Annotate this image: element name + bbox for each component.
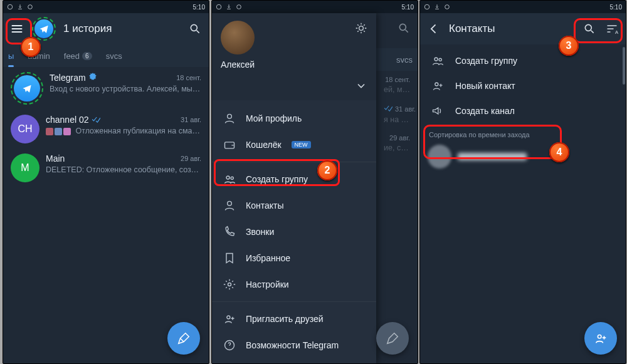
header-title: 1 история [63, 23, 112, 35]
svg-point-5 [399, 24, 406, 30]
chat-row[interactable]: CH channel 02 31 авг. Отложенная публика… [3, 110, 209, 148]
menu-wallet[interactable]: Кошелёк NEW [212, 132, 376, 158]
screen-contacts: 5:10 Контакты A Создать группу Новый кон… [419, 0, 626, 364]
verified-icon [88, 72, 97, 83]
svg-point-20 [439, 58, 441, 61]
telegram-icon [34, 19, 53, 38]
tab-all[interactable]: ы [8, 44, 14, 67]
status-bar: 5:10 [3, 1, 209, 13]
contact-row[interactable] [420, 141, 626, 172]
back-icon[interactable] [426, 21, 441, 36]
read-check-icon [92, 115, 100, 125]
viber-icon [27, 4, 33, 10]
menu-invite[interactable]: Пригласить друзей [212, 306, 376, 332]
svg-point-0 [8, 4, 13, 9]
hamburger-icon[interactable] [9, 21, 24, 36]
svg-point-11 [228, 201, 232, 205]
download-icon [17, 4, 23, 10]
svg-point-16 [445, 5, 450, 9]
status-bar: 5:10 [420, 1, 626, 13]
contact-avatar [428, 145, 451, 169]
svg-point-19 [435, 58, 438, 61]
svg-point-3 [216, 4, 221, 9]
whatsapp-icon [7, 4, 13, 10]
menu-create-group[interactable]: Создать группу [212, 166, 376, 192]
search-icon[interactable] [187, 21, 203, 36]
svg-point-9 [226, 176, 229, 179]
story-ring[interactable] [32, 17, 56, 41]
svg-point-10 [231, 177, 233, 179]
svg-point-7 [228, 114, 232, 118]
chat-avatar: M [11, 153, 40, 182]
action-create-group[interactable]: Создать группу [420, 48, 626, 73]
svg-point-13 [227, 316, 230, 319]
menu-settings[interactable]: Настройки [212, 271, 376, 298]
sort-label: Сортировка по времени захода [420, 127, 626, 141]
menu-calls[interactable]: Звонки [212, 219, 376, 245]
svg-point-6 [359, 26, 364, 31]
svg-text:A: A [615, 29, 618, 35]
drawer-header: Алексей [212, 13, 376, 100]
folder-tabs: ы admin feed6 svcs [3, 44, 209, 67]
menu-features[interactable]: Возможности Telegram [212, 332, 376, 358]
tab-feed[interactable]: feed6 [64, 44, 92, 67]
search-icon[interactable] [582, 21, 597, 36]
screen-drawer: 5:10 svcs 18 сент.ей, мы обна… 31 авг.я … [211, 0, 418, 364]
chats-header: 1 история [3, 13, 209, 44]
menu-my-profile[interactable]: Мой профиль [212, 105, 376, 132]
scrollbar[interactable] [623, 47, 625, 85]
search-icon[interactable] [396, 21, 411, 36]
svg-point-2 [191, 24, 197, 31]
contacts-actions: Создать группу Новый контакт Создать кан… [420, 44, 626, 127]
action-new-contact[interactable]: Новый контакт [420, 73, 626, 98]
chevron-down-icon[interactable] [355, 80, 367, 94]
menu-saved[interactable]: Избранное [212, 245, 376, 271]
compose-fab[interactable] [167, 322, 200, 355]
chat-row[interactable]: Telegram 18 сент. Вход с нового устройст… [3, 67, 209, 110]
contacts-header: Контакты A [420, 13, 626, 44]
profile-avatar[interactable] [221, 21, 255, 55]
add-contact-fab[interactable] [584, 322, 617, 355]
chat-avatar: CH [11, 115, 40, 143]
new-badge: NEW [292, 141, 311, 148]
svg-point-1 [28, 5, 33, 9]
svg-point-22 [598, 335, 601, 339]
svg-point-12 [228, 283, 231, 286]
media-thumbs [46, 128, 71, 135]
status-bar: 5:10 [212, 1, 418, 13]
svg-point-4 [237, 5, 241, 9]
action-create-channel[interactable]: Создать канал [420, 98, 626, 123]
tab-svcs[interactable]: svcs [106, 44, 122, 67]
compose-fab[interactable] [376, 322, 409, 355]
profile-name: Алексей [221, 60, 367, 70]
chat-row[interactable]: M Main 29 авг. DELETED: Отложенное сообщ… [3, 148, 209, 187]
svg-point-21 [435, 83, 438, 86]
contact-name [458, 153, 527, 160]
contacts-title: Контакты [449, 23, 495, 35]
navigation-drawer: Алексей Мой профиль Кошелёк NEW Создать … [212, 13, 376, 363]
menu-contacts[interactable]: Контакты [212, 192, 376, 219]
theme-toggle-icon[interactable] [355, 22, 367, 36]
sort-icon[interactable]: A [604, 21, 619, 36]
screen-chats: 5:10 1 история ы admin feed6 svcs [3, 0, 209, 364]
svg-point-17 [585, 24, 591, 31]
svg-point-15 [424, 4, 429, 9]
tab-admin[interactable]: admin [28, 44, 50, 67]
status-time: 5:10 [193, 4, 205, 11]
